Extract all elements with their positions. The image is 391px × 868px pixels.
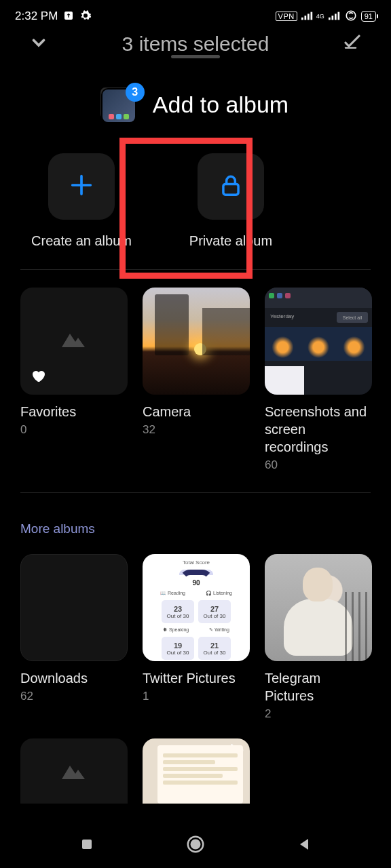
sheet-header: 3 Add to album: [20, 85, 371, 123]
private-album-label: Private album: [189, 233, 272, 249]
divider: [20, 492, 371, 493]
battery-indicator: 91: [361, 11, 376, 22]
back-button[interactable]: [296, 836, 312, 855]
signal-icon-1: [301, 11, 314, 22]
svg-rect-10: [223, 184, 238, 195]
album-name: Twitter Pictures: [143, 669, 250, 687]
svg-rect-6: [331, 16, 333, 20]
mountain-icon: [60, 759, 88, 783]
album-screenshots[interactable]: Yesterday Select all Screenshots and scr…: [265, 288, 372, 472]
gear-icon: [79, 9, 92, 24]
sheet-title: Add to album: [153, 92, 288, 118]
main-albums-grid: Favorites 0 Camera 32 Yesterday Select a…: [20, 288, 371, 472]
album-count: 0: [20, 423, 128, 437]
album-name: Camera: [143, 403, 250, 420]
home-button[interactable]: [185, 834, 206, 857]
selection-thumbnail: 3: [103, 85, 141, 123]
svg-rect-8: [337, 12, 339, 20]
status-bar: 2:32 PM VPN 4G 91: [0, 0, 391, 33]
album-partial-2[interactable]: [143, 738, 250, 804]
sheet-handle[interactable]: [171, 55, 220, 58]
create-album-option[interactable]: Create an album: [34, 153, 129, 249]
album-count: 60: [265, 458, 372, 472]
thumb-text: Yesterday: [270, 313, 294, 319]
mountain-icon: [60, 327, 88, 351]
chevron-down-icon[interactable]: [29, 33, 49, 58]
plus-icon: [68, 172, 95, 201]
selection-count-badge: 3: [126, 83, 145, 102]
divider: [20, 269, 371, 270]
more-albums-grid: Downloads 62 Total Score 90 📖 Reading🎧 L…: [20, 554, 371, 804]
svg-rect-5: [329, 17, 331, 20]
create-album-label: Create an album: [31, 233, 132, 249]
vpn-indicator: VPN: [276, 12, 297, 21]
album-camera[interactable]: Camera 32: [143, 288, 250, 472]
album-name: Downloads: [20, 669, 128, 687]
upload-icon: [63, 10, 74, 23]
android-nav-bar: [0, 823, 391, 868]
album-count: 1: [143, 690, 250, 703]
more-albums-heading: More albums: [20, 521, 371, 536]
heart-icon: [30, 368, 46, 387]
network-label: 4G: [316, 14, 324, 20]
album-telegram-pictures[interactable]: Telegram Pictures 2: [265, 554, 372, 721]
album-favorites[interactable]: Favorites 0: [20, 288, 128, 472]
album-twitter-pictures[interactable]: Total Score 90 📖 Reading🎧 Listening 23Ou…: [143, 554, 250, 721]
svg-point-14: [191, 840, 200, 849]
add-to-album-sheet: 3 Add to album Create an album Private a…: [0, 85, 391, 804]
album-downloads[interactable]: Downloads 62: [20, 554, 128, 721]
album-name: Favorites: [20, 403, 128, 420]
sync-icon: [345, 9, 357, 24]
album-name: Screenshots and screen recordings: [265, 403, 372, 456]
select-all-icon[interactable]: [342, 33, 362, 58]
album-name: Telegram Pictures: [265, 669, 372, 705]
previous-screen-peek: 3 items selected: [0, 33, 391, 58]
recent-apps-button[interactable]: [79, 836, 95, 855]
signal-icon-2: [329, 11, 341, 22]
svg-rect-4: [310, 12, 312, 20]
svg-rect-7: [335, 14, 337, 20]
album-count: 2: [265, 707, 372, 721]
private-album-option[interactable]: Private album: [183, 153, 278, 249]
svg-rect-2: [304, 16, 306, 20]
album-count: 32: [143, 423, 250, 437]
previous-title: 3 items selected: [122, 33, 269, 56]
svg-rect-12: [82, 840, 92, 849]
album-count: 62: [20, 690, 128, 703]
album-partial-1[interactable]: [20, 738, 128, 804]
score-title: Total Score: [183, 559, 210, 566]
status-time: 2:32 PM: [15, 9, 58, 23]
svg-rect-1: [301, 17, 303, 20]
thumb-pill: Select all: [337, 312, 368, 323]
lock-icon: [218, 172, 244, 201]
svg-rect-3: [308, 14, 310, 20]
